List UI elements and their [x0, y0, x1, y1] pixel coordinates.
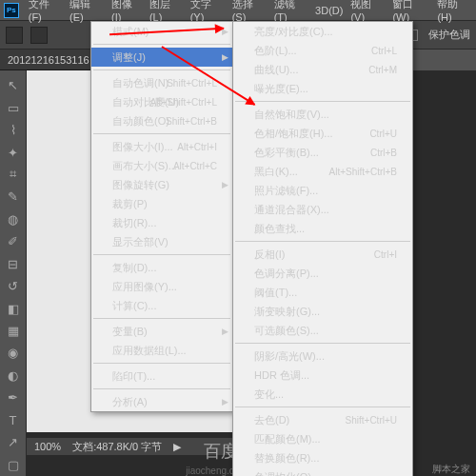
mi-bw[interactable]: 黑白(K)...Alt+Shift+Ctrl+B: [233, 162, 412, 181]
mi-apply-data: 应用数据组(L)...: [91, 341, 232, 360]
menu-filter[interactable]: 滤镜(T): [270, 0, 311, 23]
dodge-tool-icon[interactable]: ◐: [3, 366, 24, 386]
menu-view[interactable]: 视图(V): [347, 0, 388, 23]
doc-size: 文档:487.8K/0 字节: [72, 440, 162, 454]
wand-tool-icon[interactable]: ✦: [3, 142, 24, 162]
menu-window[interactable]: 窗口(W): [388, 0, 433, 23]
menu-edit[interactable]: 编辑(E): [66, 0, 108, 23]
mi-auto-tone[interactable]: 自动色调(N)Shift+Ctrl+L: [91, 73, 232, 92]
menu-layer[interactable]: 图层(L): [146, 0, 187, 23]
mi-invert[interactable]: 反相(I)Ctrl+I: [233, 245, 412, 264]
mi-lookup[interactable]: 颜色查找...: [233, 219, 412, 238]
move-tool-icon[interactable]: ↖: [3, 75, 24, 95]
lasso-tool-icon[interactable]: ⌇: [3, 120, 24, 140]
mi-replace-color[interactable]: 替换颜色(R)...: [233, 448, 412, 467]
pen-tool-icon[interactable]: ✒: [3, 387, 24, 407]
mi-mixer[interactable]: 通道混合器(X)...: [233, 200, 412, 219]
mi-exposure[interactable]: 曝光度(E)...: [233, 79, 412, 98]
mi-vibrance[interactable]: 自然饱和度(V)...: [233, 105, 412, 124]
menu-3d[interactable]: 3D(D): [311, 5, 347, 16]
marquee-tool-icon[interactable]: ▭: [3, 97, 24, 117]
mi-photo-filter[interactable]: 照片滤镜(F)...: [233, 181, 412, 200]
tool-panel: ↖ ▭ ⌇ ✦ ⌗ ✎ ◍ ✐ ⊟ ↺ ◧ ▦ ◉ ◐ ✒ T ↗ ▢: [0, 70, 27, 476]
swatch-icon[interactable]: [30, 27, 48, 44]
stamp-tool-icon[interactable]: ⊟: [3, 254, 24, 274]
mi-variables: 变量(B)▶: [91, 322, 232, 341]
mi-crop[interactable]: 裁剪(P): [91, 194, 232, 213]
mi-selective[interactable]: 可选颜色(S)...: [233, 321, 412, 340]
mi-brightness[interactable]: 亮度/对比度(C)...: [233, 22, 412, 41]
mi-shadows[interactable]: 阴影/高光(W)...: [233, 347, 412, 366]
mi-image-size[interactable]: 图像大小(I)...Alt+Ctrl+I: [91, 137, 232, 156]
blur-tool-icon[interactable]: ◉: [3, 343, 24, 363]
mi-reveal-all: 显示全部(V): [91, 232, 232, 251]
menu-image[interactable]: 图像(I): [108, 0, 146, 23]
mi-balance[interactable]: 色彩平衡(B)...Ctrl+B: [233, 143, 412, 162]
brush-tool-icon[interactable]: ✐: [3, 231, 24, 251]
image-menu-dropdown: 模式(M)▶ 调整(J)▶ 自动色调(N)Shift+Ctrl+L 自动对比度(…: [90, 21, 233, 412]
eraser-tool-icon[interactable]: ◧: [3, 298, 24, 318]
gradient-tool-icon[interactable]: ▦: [3, 321, 24, 341]
mi-duplicate[interactable]: 复制(D)...: [91, 258, 232, 277]
mi-apply-image[interactable]: 应用图像(Y)...: [91, 277, 232, 296]
mi-threshold[interactable]: 阈值(T)...: [233, 283, 412, 302]
mi-equalize[interactable]: 色调均化(Q): [233, 467, 412, 476]
mi-auto-color[interactable]: 自动颜色(O)Shift+Ctrl+B: [91, 111, 232, 130]
adjustments-submenu: 亮度/对比度(C)... 色阶(L)...Ctrl+L 曲线(U)...Ctrl…: [232, 21, 413, 476]
mi-match-color[interactable]: 匹配颜色(M)...: [233, 429, 412, 448]
history-brush-icon[interactable]: ↺: [3, 276, 24, 296]
mi-trap: 陷印(T)...: [91, 367, 232, 386]
mi-levels[interactable]: 色阶(L)...Ctrl+L: [233, 41, 412, 60]
ps-logo-icon: Ps: [4, 3, 19, 18]
mi-analysis[interactable]: 分析(A)▶: [91, 392, 232, 411]
mi-desaturate[interactable]: 去色(D)Shift+Ctrl+U: [233, 410, 412, 429]
path-tool-icon[interactable]: ↗: [3, 432, 24, 452]
mi-mode[interactable]: 模式(M)▶: [91, 22, 232, 41]
mi-hue[interactable]: 色相/饱和度(H)...Ctrl+U: [233, 124, 412, 143]
mi-calculations[interactable]: 计算(C)...: [91, 296, 232, 315]
mi-curves[interactable]: 曲线(U)...Ctrl+M: [233, 60, 412, 79]
mi-variations: 变化...: [233, 385, 412, 404]
menu-help[interactable]: 帮助(H): [433, 0, 476, 23]
crop-tool-icon[interactable]: ⌗: [3, 165, 24, 185]
mi-trim[interactable]: 裁切(R)...: [91, 213, 232, 232]
type-tool-icon[interactable]: T: [3, 410, 24, 430]
mi-auto-contrast[interactable]: 自动对比度(U)Alt+Shift+Ctrl+L: [91, 92, 232, 111]
eyedropper-tool-icon[interactable]: ✎: [3, 187, 24, 207]
mi-adjustments[interactable]: 调整(J)▶: [91, 48, 232, 67]
protect-tones-label: 保护色调: [428, 28, 470, 42]
zoom-level[interactable]: 100%: [34, 441, 61, 452]
menu-file[interactable]: 文件(F): [25, 0, 66, 23]
mi-rotate[interactable]: 图像旋转(G)▶: [91, 175, 232, 194]
mi-gradient-map[interactable]: 渐变映射(G)...: [233, 302, 412, 321]
mi-posterize[interactable]: 色调分离(P)...: [233, 264, 412, 283]
mi-hdr[interactable]: HDR 色调...: [233, 366, 412, 385]
chevron-right-icon[interactable]: ▶: [173, 441, 181, 453]
footer-site: 脚本之家: [432, 463, 470, 476]
heal-tool-icon[interactable]: ◍: [3, 209, 24, 229]
tool-preset-icon[interactable]: [6, 27, 23, 44]
menu-type[interactable]: 文字(Y): [187, 0, 228, 23]
shape-tool-icon[interactable]: ▢: [3, 454, 24, 474]
mi-canvas-size[interactable]: 画布大小(S)...Alt+Ctrl+C: [91, 156, 232, 175]
menu-select[interactable]: 选择(S): [228, 0, 270, 23]
menubar: Ps 文件(F) 编辑(E) 图像(I) 图层(L) 文字(Y) 选择(S) 滤…: [0, 0, 476, 21]
